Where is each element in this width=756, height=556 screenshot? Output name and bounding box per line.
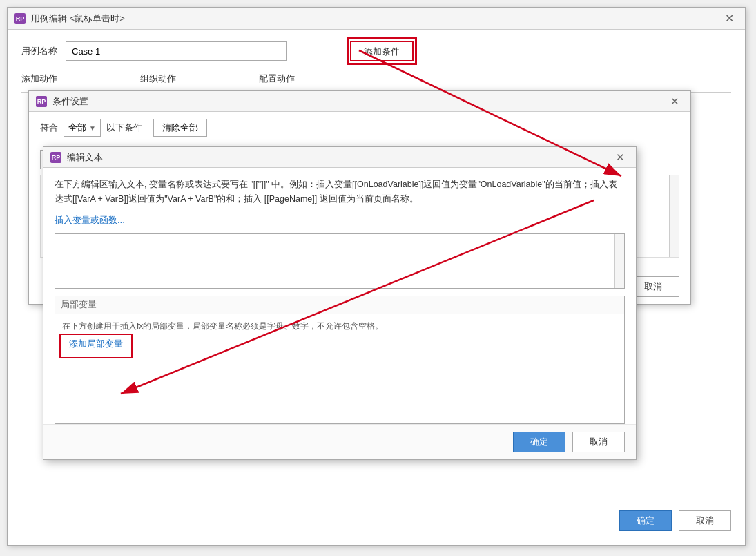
bottom-buttons: 确定 取消 [619,510,731,531]
condition-rp-logo: RP [36,96,47,107]
case-name-row: 用例名称 添加条件 [21,41,731,61]
match-chevron-icon: ▼ [89,124,96,132]
condition-dialog-title-bar: RP 条件设置 ✕ [29,91,690,112]
local-vars-empty-area [55,361,624,423]
case-name-label: 用例名称 [21,45,57,57]
edit-text-description: 在下方编辑区输入文本, 变量名称或表达式要写在 "[["]]" 中。例如：插入变… [43,168,636,211]
main-ok-button[interactable]: 确定 [619,510,672,531]
condition-match-row: 符合 全部 ▼ 以下条件 清除全部 [29,112,690,144]
local-vars-title: 局部变量 [55,296,624,314]
after-match-label: 以下条件 [106,122,142,134]
condition-dialog: RP 条件设置 ✕ 符合 全部 ▼ 以下条件 清除全部 元件文字 ▼ This … [28,90,691,305]
match-label: 符合 [40,122,58,134]
condition-dialog-title: 条件设置 [52,95,666,108]
add-condition-button[interactable]: 添加条件 [350,41,414,61]
main-window-title: 用例编辑 <鼠标单击时> [31,12,721,25]
add-local-var-link[interactable]: 添加局部变量 [62,336,130,356]
edit-text-cancel-button[interactable]: 取消 [572,432,625,452]
condition-close-button[interactable]: ✕ [666,94,684,109]
main-cancel-button[interactable]: 取消 [679,510,731,531]
condition-scrollbar[interactable] [669,175,679,257]
tab-configure-action[interactable]: 配置动作 [259,73,295,88]
tab-organize-action[interactable]: 组织动作 [140,73,176,88]
insert-variable-link[interactable]: 插入变量或函数... [43,211,636,233]
rp-logo-icon: RP [14,13,26,24]
edit-text-title-bar: RP 编辑文本 ✕ [43,147,636,168]
clear-all-button[interactable]: 清除全部 [153,119,207,137]
main-close-button[interactable]: ✕ [721,10,738,26]
local-vars-section: 局部变量 在下方创建用于插入fx的局部变量，局部变量名称必须是字母、数字，不允许… [55,296,625,424]
text-editor-scrollbar[interactable] [614,234,624,288]
edit-text-ok-button[interactable]: 确定 [513,432,565,452]
tabs-row: 添加动作 组织动作 配置动作 [21,73,731,93]
edit-text-close-button[interactable]: ✕ [612,150,629,165]
text-editor-area[interactable] [55,233,625,289]
edit-text-footer: 确定 取消 [43,424,636,459]
edit-text-dialog: RP 编辑文本 ✕ 在下方编辑区输入文本, 变量名称或表达式要写在 "[["]]… [43,146,637,460]
case-name-input[interactable] [66,41,287,61]
main-window: RP 用例编辑 <鼠标单击时> ✕ 用例名称 添加条件 添加动作 组织动作 配置… [7,7,746,546]
local-vars-description: 在下方创建用于插入fx的局部变量，局部变量名称必须是字母、数字，不允许包含空格。 [55,314,624,335]
tab-add-action[interactable]: 添加动作 [21,73,57,88]
match-select[interactable]: 全部 ▼ [64,119,101,137]
edit-text-title: 编辑文本 [67,151,612,164]
main-title-bar: RP 用例编辑 <鼠标单击时> ✕ [8,8,745,30]
edit-text-rp-logo: RP [50,152,61,163]
